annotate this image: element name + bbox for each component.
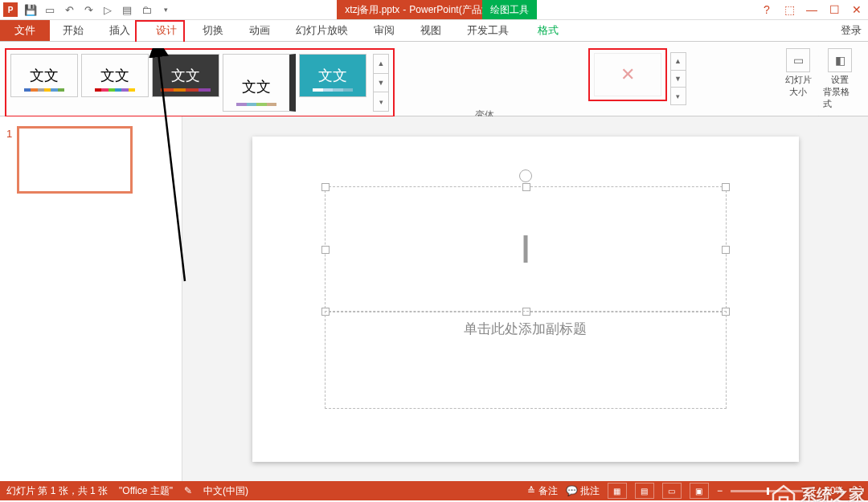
- status-bar: 幻灯片 第 1 张，共 1 张 "Office 主题" ✎ 中文(中国) ≙ 备…: [0, 481, 868, 500]
- background-format-button[interactable]: ◧ 设置 背景格式: [823, 48, 857, 110]
- slide-editor[interactable]: 单击此处添加副标题: [182, 116, 868, 481]
- resize-handle[interactable]: [722, 246, 730, 254]
- slide-thumbnail-panel[interactable]: 1: [0, 116, 182, 481]
- qat-more-icon[interactable]: ▾: [156, 0, 175, 19]
- zoom-out-icon[interactable]: −: [717, 485, 723, 496]
- normal-view-icon[interactable]: ▦: [608, 483, 627, 499]
- variant-item[interactable]: ✕: [594, 53, 661, 96]
- folder-icon[interactable]: 🗀: [137, 0, 156, 19]
- tab-format[interactable]: 格式: [522, 20, 575, 41]
- text-cursor: [523, 235, 527, 263]
- rotation-handle-icon[interactable]: [519, 169, 532, 182]
- close-button[interactable]: ✕: [845, 0, 868, 19]
- scroll-down-icon[interactable]: ▼: [374, 74, 388, 93]
- subtitle-placeholder[interactable]: 单击此处添加副标题: [325, 311, 727, 409]
- file-icon[interactable]: ▤: [117, 0, 137, 19]
- undo-icon[interactable]: ↶: [59, 0, 79, 19]
- tab-insert[interactable]: 插入: [96, 20, 143, 41]
- tab-slideshow[interactable]: 幻灯片放映: [283, 20, 361, 41]
- zoom-level[interactable]: 60%: [825, 485, 844, 496]
- resize-handle[interactable]: [522, 183, 530, 191]
- themes-group: 文文 文文 文文 文文 文文 ▲▼▾ 主题: [0, 42, 399, 116]
- app-icon: P: [3, 2, 18, 17]
- theme-item-3[interactable]: 文文: [152, 54, 219, 97]
- resize-handle[interactable]: [321, 246, 330, 254]
- slide-size-button[interactable]: ▭ 幻灯片 大小: [781, 48, 815, 110]
- comments-button[interactable]: 💬 批注: [566, 484, 600, 498]
- slide-size-icon: ▭: [786, 48, 810, 72]
- status-language[interactable]: 中文(中国): [203, 484, 248, 498]
- tab-design[interactable]: 设计: [143, 20, 190, 41]
- subtitle-placeholder-text: 单击此处添加副标题: [464, 320, 587, 338]
- ribbon-content: 文文 文文 文文 文文 文文 ▲▼▾ 主题 ✕ ▲▼▾ 变体 ▭ 幻灯片 大小: [0, 42, 868, 116]
- slide-number: 1: [6, 126, 12, 194]
- tab-animations[interactable]: 动画: [236, 20, 283, 41]
- theme-gallery-more[interactable]: ▲▼▾: [373, 54, 389, 112]
- slideshow-view-icon[interactable]: ▣: [690, 483, 709, 499]
- resize-handle[interactable]: [321, 183, 330, 191]
- variant-gallery-more[interactable]: ▲▼▾: [670, 52, 686, 105]
- redo-icon[interactable]: ↷: [79, 0, 98, 19]
- scroll-down-icon[interactable]: ▼: [671, 71, 686, 88]
- tab-transitions[interactable]: 切换: [190, 20, 236, 41]
- title-center: xtzj备用.pptx - PowerPoint(产品激活失败): [209, 0, 659, 19]
- title-placeholder[interactable]: [325, 186, 727, 312]
- slide-thumbnail[interactable]: [17, 126, 133, 194]
- login-link[interactable]: 登录: [841, 20, 862, 41]
- theme-item-5[interactable]: 文文: [299, 54, 366, 97]
- scroll-up-icon[interactable]: ▲: [374, 55, 388, 74]
- gallery-expand-icon[interactable]: ▾: [671, 88, 686, 104]
- save-icon[interactable]: 💾: [21, 0, 40, 19]
- theme-item-4[interactable]: 文文: [223, 54, 296, 112]
- title-bar: P 💾 ▭ ↶ ↷ ▷ ▤ 🗀 ▾ xtzj备用.pptx - PowerPoi…: [0, 0, 868, 20]
- zoom-in-icon[interactable]: +: [811, 485, 817, 496]
- play-icon[interactable]: ▷: [98, 0, 117, 19]
- window-controls: ? ⬚ — ☐ ✕: [755, 0, 868, 19]
- notes-button[interactable]: ≙ 备注: [527, 484, 557, 498]
- zoom-slider[interactable]: [731, 490, 803, 492]
- folder-open-icon[interactable]: ▭: [40, 0, 59, 19]
- work-area: 1 单击此处添加副标题: [0, 116, 868, 481]
- status-theme: "Office 主题": [119, 484, 173, 498]
- fit-window-icon[interactable]: ⛶: [852, 485, 862, 496]
- tab-developer[interactable]: 开发工具: [454, 20, 522, 41]
- status-slide-info[interactable]: 幻灯片 第 1 张，共 1 张: [6, 484, 108, 498]
- quick-access-toolbar: P 💾 ▭ ↶ ↷ ▷ ▤ 🗀 ▾: [0, 0, 175, 19]
- reading-view-icon[interactable]: ▭: [662, 483, 682, 499]
- sorter-view-icon[interactable]: ▤: [635, 483, 654, 499]
- slide-canvas[interactable]: 单击此处添加副标题: [252, 137, 799, 462]
- ribbon-toggle-button[interactable]: ⬚: [778, 0, 800, 19]
- resize-handle[interactable]: [722, 183, 730, 191]
- theme-item-2[interactable]: 文文: [81, 54, 149, 97]
- spellcheck-icon[interactable]: ✎: [184, 485, 192, 496]
- variant-gallery: ✕: [588, 48, 667, 101]
- tab-review[interactable]: 审阅: [361, 20, 407, 41]
- tab-home[interactable]: 开始: [50, 20, 96, 41]
- slide-thumbnail-item[interactable]: 1: [6, 126, 175, 194]
- tab-view[interactable]: 视图: [407, 20, 454, 41]
- ribbon-tabs: 文件 开始 插入 设计 切换 动画 幻灯片放映 审阅 视图 开发工具 格式 登录: [0, 20, 868, 42]
- maximize-button[interactable]: ☐: [823, 0, 845, 19]
- background-format-icon: ◧: [828, 48, 852, 72]
- theme-item-1[interactable]: 文文: [10, 54, 78, 97]
- minimize-button[interactable]: —: [800, 0, 823, 19]
- theme-gallery: 文文 文文 文文 文文 文文 ▲▼▾: [5, 48, 395, 117]
- tab-file[interactable]: 文件: [0, 20, 50, 41]
- help-button[interactable]: ?: [755, 0, 778, 19]
- context-tool-title: 绘图工具: [482, 0, 537, 19]
- title-filename: xtzj备用.pptx: [345, 3, 399, 17]
- scroll-up-icon[interactable]: ▲: [671, 53, 686, 71]
